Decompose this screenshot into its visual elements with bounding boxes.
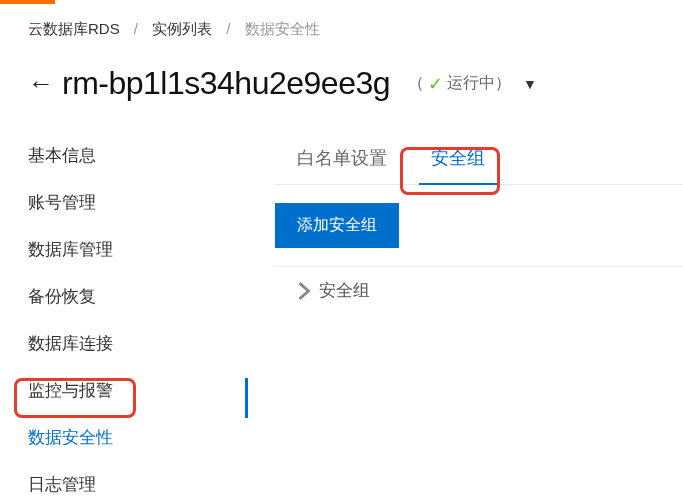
tab-bar: 白名单设置 安全组 [275, 132, 683, 185]
sidebar-item-account[interactable]: 账号管理 [0, 179, 245, 226]
tab-security-group[interactable]: 安全组 [409, 132, 507, 184]
status-paren-close: ） [495, 73, 511, 94]
sidebar-active-indicator [245, 378, 248, 418]
tab-whitelist[interactable]: 白名单设置 [275, 132, 409, 184]
sidebar-item-label: 数据库管理 [28, 240, 113, 259]
sidebar-item-basic-info[interactable]: 基本信息 [0, 132, 245, 179]
status-text: 运行中 [447, 73, 495, 94]
breadcrumb: 云数据库RDS / 实例列表 / 数据安全性 [0, 0, 683, 57]
instance-status: （ ✓ 运行中 ） ▼ [408, 73, 537, 95]
sidebar-item-label: 账号管理 [28, 193, 96, 212]
sidebar-item-label: 基本信息 [28, 146, 96, 165]
brand-accent-bar [0, 0, 55, 4]
sidebar-item-label: 数据安全性 [28, 428, 113, 447]
sidebar-item-backup[interactable]: 备份恢复 [0, 273, 245, 320]
breadcrumb-current: 数据安全性 [245, 20, 320, 37]
sidebar-item-monitor[interactable]: 监控与报警 [0, 367, 245, 414]
breadcrumb-root[interactable]: 云数据库RDS [28, 20, 120, 37]
sidebar-item-label: 监控与报警 [28, 381, 113, 400]
main-content: 白名单设置 安全组 添加安全组 安全组 [245, 122, 683, 500]
chevron-down-icon[interactable]: ▼ [523, 76, 537, 92]
sidebar-item-connection[interactable]: 数据库连接 [0, 320, 245, 367]
status-paren-open: （ [408, 73, 424, 94]
security-group-expand-row[interactable]: 安全组 [275, 266, 683, 314]
add-security-group-button[interactable]: 添加安全组 [275, 203, 399, 248]
sidebar-item-database[interactable]: 数据库管理 [0, 226, 245, 273]
breadcrumb-separator: / [226, 20, 230, 37]
check-icon: ✓ [428, 73, 443, 95]
sidebar-item-label: 备份恢复 [28, 287, 96, 306]
breadcrumb-separator: / [134, 20, 138, 37]
chevron-right-icon [297, 282, 311, 300]
security-group-label: 安全组 [319, 279, 370, 302]
sidebar-item-logs[interactable]: 日志管理 [0, 461, 245, 500]
instance-id: rm-bp1l1s34hu2e9ee3g [62, 65, 390, 102]
sidebar-item-label: 数据库连接 [28, 334, 113, 353]
breadcrumb-list[interactable]: 实例列表 [152, 20, 212, 37]
sidebar-item-security[interactable]: 数据安全性 [0, 414, 245, 461]
page-title-row: ← rm-bp1l1s34hu2e9ee3g （ ✓ 运行中 ） ▼ [0, 57, 683, 122]
sidebar: 基本信息 账号管理 数据库管理 备份恢复 数据库连接 监控与报警 数据安全性 日… [0, 122, 245, 500]
back-arrow-icon[interactable]: ← [28, 68, 54, 99]
sidebar-item-label: 日志管理 [28, 475, 96, 494]
